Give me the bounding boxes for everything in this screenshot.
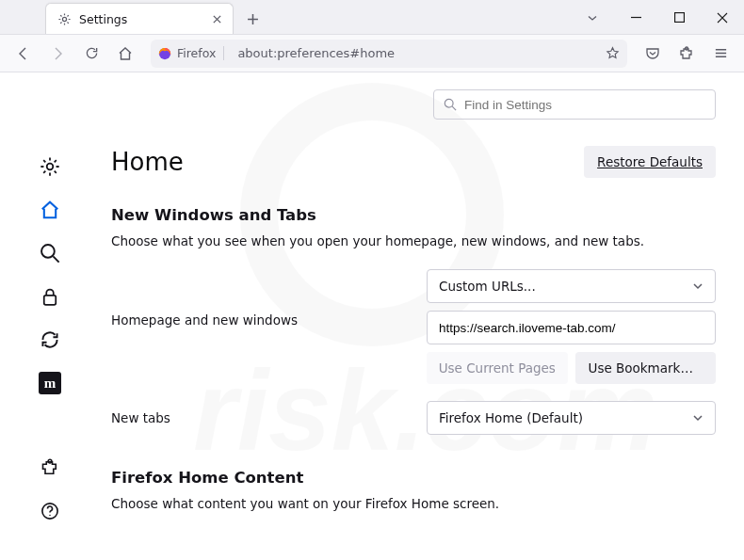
restore-defaults-button[interactable]: Restore Defaults	[584, 146, 716, 178]
tab-dropdown-button[interactable]	[571, 0, 614, 35]
homepage-mode-select[interactable]: Custom URLs...	[427, 269, 716, 303]
newtabs-value: Firefox Home (Default)	[439, 410, 583, 425]
url-bar[interactable]: Firefox about:preferences#home	[151, 40, 627, 68]
sidebar-general-icon[interactable]	[39, 155, 61, 178]
page-title: Home	[111, 148, 184, 176]
url-text: about:preferences#home	[232, 46, 598, 60]
forward-button[interactable]	[43, 40, 72, 68]
section-new-windows-desc: Choose what you see when you open your h…	[111, 233, 716, 248]
sidebar-privacy-icon[interactable]	[39, 285, 61, 308]
svg-point-12	[49, 515, 51, 517]
home-button[interactable]	[111, 40, 139, 68]
homepage-url-input[interactable]	[427, 311, 716, 344]
svg-rect-9	[44, 296, 57, 305]
chevron-down-icon	[692, 280, 704, 292]
minimize-button[interactable]	[614, 0, 657, 35]
gear-icon	[57, 12, 72, 26]
browser-tab[interactable]: Settings	[45, 3, 234, 34]
close-button[interactable]	[701, 0, 744, 35]
app-menu-button[interactable]	[706, 40, 735, 68]
section-new-windows-title: New Windows and Tabs	[111, 206, 716, 224]
tab-close-button[interactable]	[208, 10, 225, 27]
chevron-down-icon	[692, 412, 704, 424]
svg-point-8	[41, 245, 55, 258]
content-area: m Home Restore Defaults New Windows and …	[0, 72, 744, 560]
extensions-button[interactable]	[672, 40, 701, 68]
window-controls	[571, 0, 744, 35]
homepage-label: Homepage and new windows	[111, 269, 427, 328]
newtabs-select[interactable]: Firefox Home (Default)	[427, 401, 716, 435]
svg-rect-4	[674, 13, 684, 23]
find-input[interactable]	[464, 98, 705, 112]
sidebar-sync-icon[interactable]	[39, 328, 61, 351]
back-button[interactable]	[9, 40, 38, 68]
sidebar-search-icon[interactable]	[39, 242, 61, 264]
use-bookmark-button[interactable]: Use Bookmark…	[575, 352, 717, 384]
reload-button[interactable]	[77, 40, 105, 68]
find-in-settings[interactable]	[433, 89, 716, 120]
pocket-button[interactable]	[639, 40, 667, 68]
homepage-mode-value: Custom URLs...	[439, 279, 536, 294]
svg-point-3	[62, 17, 66, 21]
sidebar-support-icon[interactable]	[39, 500, 61, 522]
search-icon	[444, 98, 457, 111]
new-tab-button[interactable]	[239, 6, 266, 32]
settings-sidebar: m	[0, 72, 100, 560]
settings-main: Home Restore Defaults New Windows and Ta…	[100, 72, 744, 560]
newtabs-label: New tabs	[111, 410, 427, 425]
titlebar: Settings	[0, 0, 744, 35]
tab-title: Settings	[79, 12, 201, 26]
use-current-pages-button[interactable]: Use Current Pages	[427, 352, 568, 384]
identity-box[interactable]: Firefox	[158, 46, 224, 60]
sidebar-more-from-mozilla-icon[interactable]: m	[39, 372, 61, 394]
nav-toolbar: Firefox about:preferences#home	[0, 35, 744, 72]
section-home-content-desc: Choose what content you want on your Fir…	[111, 496, 716, 511]
identity-label: Firefox	[177, 46, 216, 60]
section-home-content-title: Firefox Home Content	[111, 469, 716, 487]
svg-point-7	[47, 164, 54, 170]
sidebar-extensions-icon[interactable]	[39, 456, 61, 479]
sidebar-home-icon[interactable]	[39, 199, 61, 221]
bookmark-star-icon[interactable]	[606, 46, 620, 60]
firefox-icon	[158, 47, 171, 60]
maximize-button[interactable]	[657, 0, 701, 35]
svg-point-13	[445, 99, 453, 107]
